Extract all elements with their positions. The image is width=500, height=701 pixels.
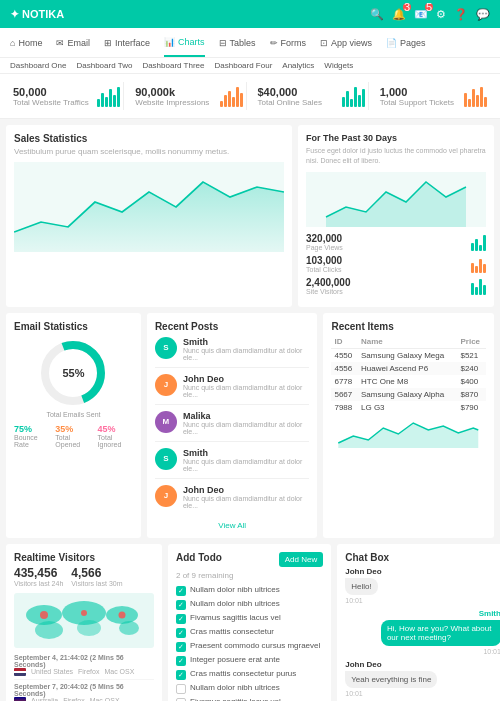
main-content: Sales Statistics Vestibulum purue quam s… — [0, 119, 500, 701]
menu-home[interactable]: ⌂Home — [10, 38, 42, 48]
menu-charts[interactable]: 📊Charts — [164, 28, 205, 57]
settings-icon[interactable]: ⚙ — [436, 8, 446, 21]
world-map — [14, 593, 154, 648]
chat-sender-name: John Deo — [345, 567, 381, 576]
submenu-dashboard-two[interactable]: Dashboard Two — [76, 61, 132, 70]
item-id: 4550 — [331, 348, 358, 362]
chat-sender-name: John Deo — [345, 660, 381, 669]
todo-checkbox[interactable]: ✓ — [176, 614, 186, 624]
list-item: J John Deo Nunc quis diam diamdiamditur … — [155, 485, 310, 515]
svg-point-10 — [119, 612, 126, 619]
pageviews-label: Page Views — [306, 244, 343, 251]
item-price: $400 — [457, 375, 486, 388]
logo-icon: ✦ — [10, 8, 19, 20]
menu-interface[interactable]: ⊞Interface — [104, 38, 150, 48]
avatar: M — [155, 411, 177, 433]
todo-list: ✓ Nullam dolor nibh ultrices ✓ Nullam do… — [176, 585, 323, 701]
submenu-widgets[interactable]: Widgets — [324, 61, 353, 70]
sales-subtitle: Vestibulum purue quam scelerisque, molli… — [14, 147, 284, 156]
recent-posts-title: Recent Posts — [155, 321, 310, 332]
impressions-chart — [220, 85, 243, 107]
visitor-log: September 4, 21:44:02 (2 Mins 56 Seconds… — [14, 654, 154, 701]
chat-messages: John Deo Hello! 10:01 Smith Hi, How are … — [345, 567, 500, 701]
help-icon[interactable]: ❓ — [454, 8, 468, 21]
chat-icon[interactable]: 💬 — [476, 8, 490, 21]
add-new-button[interactable]: Add New — [279, 552, 323, 567]
todo-checkbox[interactable] — [176, 684, 186, 694]
past30-card: For The Past 30 Days Fusce eget dolor id… — [298, 125, 494, 307]
visitors-label: Site Visitors — [306, 288, 351, 295]
sub-menu: Dashboard One Dashboard Two Dashboard Th… — [0, 58, 500, 74]
todo-checkbox[interactable]: ✓ — [176, 642, 186, 652]
col-id: ID — [331, 335, 358, 349]
top-navigation: ✦ NOTIKA 🔍 🔔3 📧5 ⚙ ❓ 💬 — [0, 0, 500, 28]
avatar: S — [155, 337, 177, 359]
table-row: 4556 Huawei Ascend P6 $240 — [331, 362, 486, 375]
email-badge: 5 — [425, 3, 433, 11]
table-row: 7988 LG G3 $790 — [331, 401, 486, 414]
sales-chart — [342, 85, 365, 107]
traffic-chart — [97, 85, 120, 107]
email-icon[interactable]: 📧5 — [414, 8, 428, 21]
item-name: LG G3 — [358, 401, 457, 414]
recent-items-card: Recent Items ID Name Price 4550 Samsung … — [323, 313, 494, 538]
item-price: $790 — [457, 401, 486, 414]
recent-items-title: Recent Items — [331, 321, 486, 332]
sales-chart-area — [14, 162, 284, 252]
post-text: Nunc quis diam diamdiamditur at dolor el… — [183, 421, 310, 435]
item-price: $521 — [457, 348, 486, 362]
search-icon[interactable]: 🔍 — [370, 8, 384, 21]
menu-email[interactable]: ✉Email — [56, 38, 90, 48]
view-all-link[interactable]: View All — [155, 521, 310, 530]
todo-checkbox[interactable]: ✓ — [176, 656, 186, 666]
menu-appviews[interactable]: ⊡App views — [320, 38, 372, 48]
chat-title: Chat Box — [345, 552, 500, 563]
todo-checkbox[interactable]: ✓ — [176, 586, 186, 596]
chat-message: John Deo Hello! 10:01 — [345, 567, 500, 604]
menu-pages[interactable]: 📄Pages — [386, 38, 426, 48]
table-row: 4550 Samsung Galaxy Mega $521 — [331, 348, 486, 362]
menu-forms[interactable]: ✏Forms — [270, 38, 307, 48]
opened-label: Total Opened — [55, 434, 91, 448]
past30-clicks: 103,000 Total Clicks — [306, 255, 486, 273]
email-substats: 75% Bounce Rate 35% Total Opened 45% Tot… — [14, 424, 133, 448]
notifications-icon[interactable]: 🔔3 — [392, 8, 406, 21]
tickets-label: Total Support Tickets — [380, 98, 454, 107]
todo-checkbox[interactable] — [176, 698, 186, 701]
submenu-analytics[interactable]: Analytics — [282, 61, 314, 70]
todo-checkbox[interactable]: ✓ — [176, 670, 186, 680]
post-text: Nunc quis diam diamdiamditur at dolor el… — [183, 347, 310, 361]
stat-impressions: 90,000k Website Impressions — [132, 82, 246, 110]
total-opened: 35% Total Opened — [55, 424, 91, 448]
sales-stats-card: Sales Statistics Vestibulum purue quam s… — [6, 125, 292, 307]
list-item: S Smith Nunc quis diam diamdiamditur at … — [155, 448, 310, 479]
list-item: ✓ Integer posuere erat ante — [176, 655, 323, 666]
items-mini-chart — [331, 418, 486, 448]
clicks-label: Total Clicks — [306, 266, 342, 273]
item-price: $240 — [457, 362, 486, 375]
svg-point-3 — [35, 621, 63, 639]
past30-pageviews: 320,000 Page Views — [306, 233, 486, 251]
top-nav-icons: 🔍 🔔3 📧5 ⚙ ❓ 💬 — [370, 8, 490, 21]
recent-posts-card: Recent Posts S Smith Nunc quis diam diam… — [147, 313, 318, 538]
stat-24h-value: 435,456 — [14, 566, 63, 580]
donut-chart: 55% — [38, 338, 108, 408]
todo-checkbox[interactable]: ✓ — [176, 628, 186, 638]
submenu-dashboard-three[interactable]: Dashboard Three — [142, 61, 204, 70]
main-menu: ⌂Home ✉Email ⊞Interface 📊Charts ⊟Tables … — [0, 28, 500, 58]
post-author: John Deo — [183, 485, 310, 495]
clicks-value: 103,000 — [306, 255, 342, 266]
stat-30m-value: 4,566 — [71, 566, 122, 580]
table-row: 6778 HTC One M8 $400 — [331, 375, 486, 388]
email-stats-title: Email Statistics — [14, 321, 133, 332]
realtime-stats: 435,456 Visitors last 24h 4,566 Visitors… — [14, 566, 154, 587]
menu-tables[interactable]: ⊟Tables — [219, 38, 256, 48]
submenu-dashboard-one[interactable]: Dashboard One — [10, 61, 66, 70]
todo-checkbox[interactable]: ✓ — [176, 600, 186, 610]
sales-value: $40,000 — [258, 86, 322, 98]
submenu-dashboard-four[interactable]: Dashboard Four — [215, 61, 273, 70]
svg-point-5 — [77, 620, 101, 636]
item-price: $870 — [457, 388, 486, 401]
items-table: ID Name Price 4550 Samsung Galaxy Mega $… — [331, 335, 486, 414]
past30-desc: Fusce eget dolor id justo luctus the com… — [306, 146, 486, 166]
